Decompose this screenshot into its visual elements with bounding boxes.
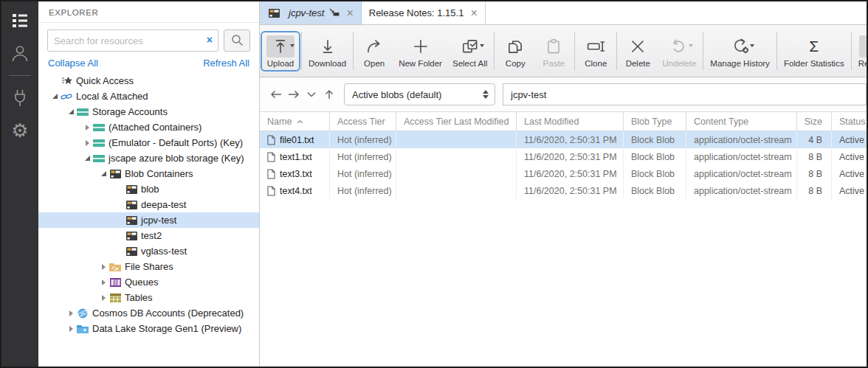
resource-tree: Quick AccessLocal & AttachedStorage Acco… xyxy=(38,73,259,336)
collapsed-arrow-icon[interactable] xyxy=(98,264,108,270)
forward-arrow-icon[interactable] xyxy=(285,85,303,104)
column-header-access-tier-last-modified[interactable]: Access Tier Last Modified xyxy=(396,112,517,131)
tree-item-label: test2 xyxy=(141,230,162,241)
tab-release-notes[interactable]: Release Notes: 1.15.1 × xyxy=(362,1,486,24)
close-icon[interactable]: × xyxy=(470,7,477,19)
tree-item-emulator-default-ports-key[interactable]: (Emulator - Default Ports) (Key) xyxy=(38,135,259,150)
cell-access-tier: Hot (inferred) xyxy=(330,131,396,148)
storage-icon xyxy=(93,138,105,147)
tree-item-label: Queues xyxy=(125,277,159,288)
copy-icon xyxy=(501,35,529,58)
collapsed-arrow-icon[interactable] xyxy=(82,125,92,131)
column-header-label: Name xyxy=(267,117,292,127)
tab-jcpv-test[interactable]: jcpv-test × xyxy=(260,1,362,24)
clear-x-icon[interactable]: × xyxy=(207,34,213,46)
folder-statistics-button[interactable]: ΣFolder Statistics xyxy=(779,32,850,71)
cell-last-modified: 11/6/2020, 2:50:31 PM xyxy=(517,131,624,148)
new-folder-button[interactable]: New Folder xyxy=(393,32,447,71)
tab-label: jcpv-test xyxy=(289,7,324,18)
collapsed-arrow-icon[interactable] xyxy=(98,295,108,301)
column-header-access-tier[interactable]: Access Tier xyxy=(330,112,396,131)
toolbar-divider xyxy=(616,32,617,70)
cell-value: Active xyxy=(839,186,864,196)
table-body: file01.txtHot (inferred)11/6/2020, 2:50:… xyxy=(260,131,867,199)
tree-item-tables[interactable]: Tables xyxy=(38,290,259,305)
cell-blob-type: Block Blob xyxy=(624,182,686,199)
cell-size: 8 B xyxy=(797,182,832,199)
refresh-all-link[interactable]: Refresh All xyxy=(203,58,249,69)
expanded-arrow-icon[interactable] xyxy=(49,94,60,99)
tree-item-attached-containers[interactable]: (Attached Containers) xyxy=(38,119,259,135)
expanded-arrow-icon[interactable] xyxy=(98,171,108,176)
blob-filter-value: Active blobs (default) xyxy=(352,89,483,100)
tree-item-jscape-azure-blob-storage-key[interactable]: jscape azure blob storage (Key) xyxy=(38,150,259,166)
collapsed-arrow-icon[interactable] xyxy=(98,280,108,285)
tree-item-blob-containers[interactable]: Blob Containers xyxy=(38,166,259,181)
explorer-icon[interactable] xyxy=(1,4,38,37)
toolbar-button-label: Delete xyxy=(626,59,650,68)
tree-item-storage-accounts[interactable]: Storage Accounts xyxy=(38,104,259,119)
tree-item-vglass-test[interactable]: vglass-test xyxy=(38,243,259,259)
column-header-label: Access Tier xyxy=(337,117,385,127)
column-header-status[interactable]: Status xyxy=(832,112,868,131)
up-arrow-icon[interactable] xyxy=(320,85,338,104)
settings-gear-icon[interactable]: ⚙ xyxy=(1,114,38,147)
cell-blob-type: Block Blob xyxy=(624,131,686,148)
tree-item-file-shares[interactable]: File Shares xyxy=(38,259,259,274)
cell-value: application/octet-stream xyxy=(694,152,792,162)
tree-item-cosmos-db-accounts-deprecated[interactable]: Cosmos DB Accounts (Deprecated) xyxy=(38,305,259,321)
search-input[interactable] xyxy=(47,29,218,52)
column-header-size[interactable]: Size xyxy=(797,112,832,131)
copy-button[interactable]: Copy xyxy=(496,32,534,71)
cell-access-tier-last-modified xyxy=(396,148,517,165)
tree-item-quick-access[interactable]: Quick Access xyxy=(38,73,259,88)
chevron-down-icon[interactable] xyxy=(303,85,320,104)
download-button[interactable]: Download xyxy=(303,32,351,71)
undelete-button[interactable]: Undelete xyxy=(657,32,701,71)
container-icon xyxy=(109,169,121,178)
tree-item-data-lake-storage-gen1-preview[interactable]: Data Lake Storage Gen1 (Preview) xyxy=(38,321,259,336)
select-all-button[interactable]: Select All xyxy=(447,32,492,71)
collapsed-arrow-icon[interactable] xyxy=(66,310,76,316)
toolbar: UploadDownloadOpenNew FolderSelect AllCo… xyxy=(260,24,867,77)
collapsed-arrow-icon[interactable] xyxy=(66,326,76,332)
cell-content-type: application/octet-stream xyxy=(686,131,797,148)
table-row-text1-txt[interactable]: text1.txtHot (inferred)11/6/2020, 2:50:3… xyxy=(260,148,867,165)
manage-history-button[interactable]: Manage History xyxy=(705,32,775,71)
paste-button[interactable]: Paste xyxy=(534,32,573,71)
delete-button[interactable]: Delete xyxy=(619,32,657,71)
expanded-arrow-icon[interactable] xyxy=(82,156,92,161)
tree-item-deepa-test[interactable]: deepa-test xyxy=(38,197,259,212)
tree-item-queues[interactable]: Queues xyxy=(38,274,259,290)
search-button[interactable] xyxy=(224,29,250,52)
cell-status: Active xyxy=(832,131,868,148)
column-header-last-modified[interactable]: Last Modified xyxy=(517,112,624,131)
plug-icon[interactable] xyxy=(1,82,38,114)
expanded-arrow-icon[interactable] xyxy=(66,109,76,114)
tree-item-local-attached[interactable]: Local & Attached xyxy=(38,88,259,104)
table-row-file01-txt[interactable]: file01.txtHot (inferred)11/6/2020, 2:50:… xyxy=(260,131,867,148)
column-header-blob-type[interactable]: Blob Type xyxy=(624,112,686,131)
upload-button[interactable]: Upload xyxy=(261,32,300,71)
tree-item-blob[interactable]: blob xyxy=(38,181,259,197)
collapsed-arrow-icon[interactable] xyxy=(82,140,92,146)
column-header-name[interactable]: Name xyxy=(260,112,330,131)
table-row-text3-txt[interactable]: text3.txtHot (inferred)11/6/2020, 2:50:3… xyxy=(260,165,867,182)
path-input[interactable] xyxy=(503,83,867,105)
cell-value: application/octet-stream xyxy=(694,186,792,196)
blob-filter-select[interactable]: Active blobs (default) xyxy=(344,83,495,105)
tree-item-test2[interactable]: test2 xyxy=(38,228,259,243)
close-icon[interactable]: × xyxy=(346,7,353,19)
tree-item-jcpv-test[interactable]: jcpv-test xyxy=(38,212,259,228)
back-arrow-icon[interactable] xyxy=(267,85,285,104)
toolbar-button-label: Open xyxy=(364,59,385,68)
account-icon[interactable] xyxy=(1,37,38,69)
refresh-button[interactable]: Refresh xyxy=(853,32,868,71)
collapse-all-link[interactable]: Collapse All xyxy=(48,58,98,69)
column-header-content-type[interactable]: Content Type xyxy=(686,112,797,131)
table-row-text4-txt[interactable]: text4.txtHot (inferred)11/6/2020, 2:50:3… xyxy=(260,182,867,199)
clone-button[interactable]: Clone xyxy=(576,32,615,71)
container-icon xyxy=(125,231,137,240)
open-button[interactable]: Open xyxy=(355,32,393,71)
dropdown-caret-icon xyxy=(480,44,484,47)
